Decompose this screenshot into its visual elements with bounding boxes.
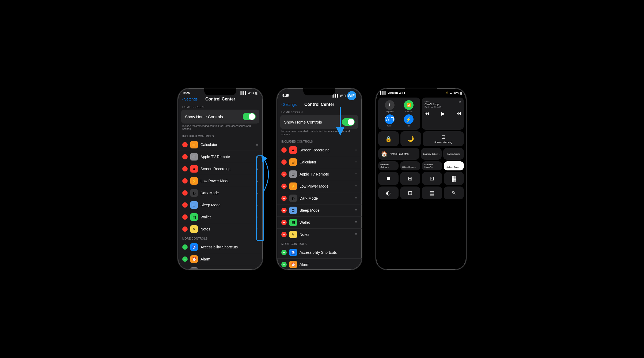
prev-icon[interactable]: ⏮ (425, 111, 429, 117)
cellular-icon: 📶 (407, 103, 411, 107)
icon-apple-tv-remote: ⊡ (190, 153, 198, 161)
remove-btn-calculator[interactable]: − (182, 142, 188, 147)
icon-sleep-mode: ⊡ (190, 201, 198, 209)
wifi-icon: WiFi (248, 91, 254, 95)
cc-screen-lock-tile[interactable]: 🔒 (378, 131, 399, 146)
cc-bedroom-ceiling-tile[interactable]: Bedroom Ceiling... (378, 161, 399, 170)
remove-btn-wallet[interactable]: − (281, 220, 287, 225)
record-icon: ⏺ (386, 176, 391, 182)
phone2-more-label: MORE CONTROLS (277, 240, 362, 247)
remove-btn-low-power-mode[interactable]: − (182, 178, 188, 184)
remove-btn-wallet[interactable]: − (182, 214, 188, 220)
cc-dnd-tile[interactable]: 🌙 (400, 131, 421, 146)
label-screen-recording: Screen Recording (200, 167, 253, 171)
add-btn-accessibility[interactable]: + (182, 244, 188, 250)
cc-cellular-btn[interactable]: 📶 Cellular (400, 100, 418, 113)
home-favorites-label: Home Favorites (390, 152, 409, 155)
cc-wifi-btn[interactable]: WiFi Wi-Fi (381, 114, 399, 127)
dnd-icon: 🌙 (407, 136, 414, 142)
phone2-back-button[interactable]: ‹ Settings (281, 102, 297, 107)
cc-mirroring-tile[interactable]: ⊡ Screen Mirroring (423, 131, 464, 146)
drag-handle-apple-tv-remote[interactable]: ≡ (355, 172, 357, 177)
phone2-toggle-row: Show Home Controls (280, 115, 358, 129)
flashlight-icon: ⚡ (445, 91, 449, 94)
phone2-content: HOME SCREEN: Show Home Controls Include … (277, 109, 362, 270)
icon-dark-mode: ◐ (190, 189, 198, 197)
wifi-cc-icon: WiFi (385, 117, 394, 122)
cc-sleep-tile[interactable]: ⊡ (400, 187, 421, 199)
airplane-circle: ✈ (385, 100, 395, 110)
icon-calculator: ⊞ (190, 141, 198, 148)
remove-btn-notes[interactable]: − (281, 232, 287, 237)
label-apple-tv-remote: Apple TV Remote (300, 172, 352, 176)
phone1-title: Control Center (205, 97, 235, 102)
label-screen-recording: Screen Recording (300, 148, 352, 152)
label-notes: Notes (300, 232, 352, 237)
label-low-power-mode: Low Power Mode (200, 179, 253, 183)
label-accessibility: Accessibility Shortcuts (200, 245, 258, 249)
control-item-accessibility: +♿Accessibility Shortcuts (277, 247, 362, 259)
cc-calc-tile[interactable]: ⊞ (400, 172, 421, 185)
phone2-toggle-label: Show Home Controls (284, 120, 322, 124)
cc-music-tile[interactable]: Music Can't Stop Red Hot Chili P... ⊚ ⏮ … (422, 98, 464, 130)
remove-btn-notes[interactable]: − (182, 226, 188, 232)
remove-btn-sleep-mode[interactable]: − (182, 202, 188, 208)
drag-handle-calculator[interactable]: ≡ (355, 160, 357, 165)
phone1-notch (204, 88, 236, 95)
cc-network-tile[interactable]: ✈ Airplane 📶 Cellular WiFi (378, 98, 420, 130)
remove-btn-apple-tv-remote[interactable]: − (182, 154, 188, 159)
remove-btn-dark-mode[interactable]: − (182, 190, 188, 196)
label-calculator: Calculator (200, 143, 253, 147)
back-chevron-icon2: ‹ (281, 102, 283, 107)
icon-dark-mode: ◐ (289, 195, 297, 202)
drag-handle-sleep-mode[interactable]: ≡ (355, 208, 357, 213)
drag-handle-calculator[interactable]: ≡ (256, 142, 258, 147)
cc-bluetooth-btn[interactable]: ⚡ BT (400, 114, 418, 127)
phone2-title: Control Center (304, 102, 334, 107)
cc-darkmode-tile[interactable]: ◐ (378, 187, 399, 199)
add-btn-alarm[interactable]: + (182, 256, 188, 262)
next-icon[interactable]: ⏭ (456, 111, 461, 117)
bluetooth-circle: ⚡ (404, 114, 414, 124)
icon-alarm: ⏰ (289, 261, 297, 268)
cc-row2: 🔒 🌙 ⊡ Screen Mirroring (378, 131, 464, 146)
remove-btn-screen-recording[interactable]: − (182, 166, 188, 171)
phone1-toggle-switch[interactable] (243, 113, 256, 120)
remove-btn-screen-recording[interactable]: − (281, 147, 287, 153)
cc-bedroom-homepod-tile[interactable]: Bedroom HomeP... (422, 161, 442, 170)
bluetooth-icon: ⚡ (406, 117, 411, 122)
cc-notes-tile[interactable]: ✎ (444, 187, 464, 199)
phone1-back-button[interactable]: ‹ Settings (182, 97, 198, 101)
drag-handle-low-power-mode[interactable]: ≡ (355, 184, 357, 189)
cc-wallet-tile[interactable]: ▤ (422, 187, 442, 199)
calc-icon: ⊞ (408, 175, 412, 182)
add-btn-alarm[interactable]: + (281, 262, 287, 267)
drag-handle-dark-mode[interactable]: ≡ (355, 196, 357, 201)
cc-remote-tile[interactable]: ⊡ (422, 172, 442, 185)
icon-screen-recording: ● (190, 165, 198, 173)
cc-kitchen-cans-tile[interactable]: Kitchen Cans (444, 161, 464, 170)
airplane-icon: ✈ (388, 102, 392, 108)
play-icon[interactable]: ▶ (441, 111, 445, 117)
add-btn-accessibility[interactable]: + (281, 250, 287, 255)
cc-record-tile[interactable]: ⏺ (378, 172, 399, 185)
phone3-status-right: ⚡ ▲ 46% ▓ (445, 91, 462, 94)
cc-home-favorites-tile[interactable]: 🏠 Home Favorites (378, 148, 419, 160)
cc-living-tile[interactable]: Living Abode (443, 148, 464, 160)
drag-handle-screen-recording[interactable]: ≡ (355, 148, 357, 152)
cc-battery-tile[interactable]: ▓ (444, 172, 464, 185)
cellular-circle: 📶 (404, 100, 414, 110)
swipe-indicator: WiFi (347, 91, 356, 100)
phone3-notch (405, 88, 437, 95)
power-icon: ▓ (452, 176, 456, 182)
cc-laundry-tile[interactable]: Laundry Battery . (421, 148, 442, 160)
remove-btn-sleep-mode[interactable]: − (281, 208, 287, 213)
airplay-icon: ⊚ (459, 100, 461, 104)
phone3-carrier: ▌▌▌ Verizon WiFi (380, 91, 405, 94)
cc-office-shapes-tile[interactable]: Office Shapes (400, 161, 421, 170)
laundry-label: Laundry Battery . (423, 153, 440, 155)
wifi-cc-label: Wi-Fi (387, 125, 392, 127)
cc-airplane-btn[interactable]: ✈ Airplane (381, 100, 399, 113)
drag-handle-notes[interactable]: ≡ (355, 232, 357, 237)
drag-handle-wallet[interactable]: ≡ (355, 220, 357, 225)
